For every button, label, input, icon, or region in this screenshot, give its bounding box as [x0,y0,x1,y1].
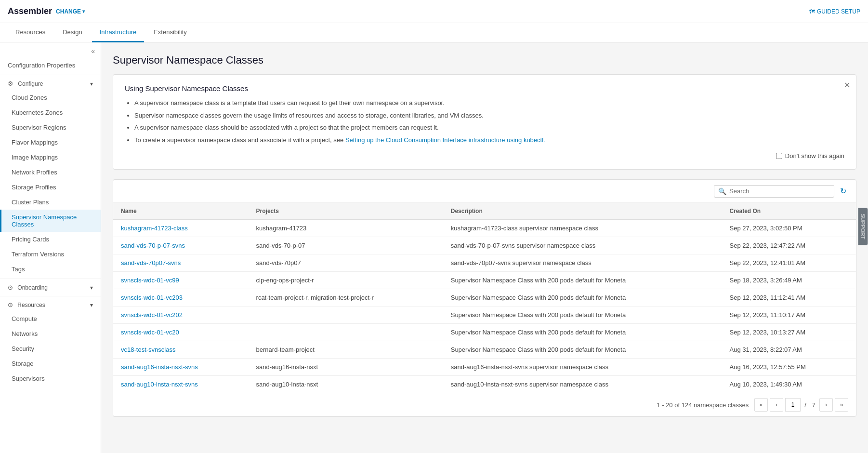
row-name-link[interactable]: svnscls-wdc-01-vc203 [121,294,183,301]
cell-description: Supervisor Namespace Class with 200 pods… [443,306,722,324]
page-next-button[interactable]: › [819,398,833,412]
sidebar-section-resources[interactable]: ⊙ Resources ▾ [0,298,101,311]
sidebar-item-pricing-cards[interactable]: Pricing Cards [0,232,101,247]
row-name-link[interactable]: sand-aug10-insta-nsxt-svns [121,381,198,388]
sidebar-section-onboarding[interactable]: ⊙ Onboarding ▾ [0,281,101,294]
cell-created-on: Sep 18, 2023, 3:26:49 AM [722,272,856,289]
onboarding-icon: ⊙ [8,284,13,291]
sidebar-item-networks[interactable]: Networks [0,326,101,341]
tab-design[interactable]: Design [55,23,90,42]
table-body: kushagram-41723-class kushagram-41723 ku… [113,220,856,393]
cell-projects: kushagram-41723 [249,220,443,237]
page-last-button[interactable]: » [835,398,848,412]
resources-chevron-icon: ▾ [90,302,93,308]
tab-infrastructure[interactable]: Infrastructure [92,23,145,42]
dont-show-checkbox[interactable] [776,153,782,159]
sidebar-item-cloud-zones[interactable]: Cloud Zones [0,90,101,105]
gear-icon: ⚙ [8,80,13,87]
page-prev-button[interactable]: ‹ [770,398,783,412]
cell-name: kushagram-41723-class [113,220,249,237]
cell-description: sand-vds-70-p-07-svns supervisor namespa… [443,237,722,254]
pagination-info: 1 - 20 of 124 namespace classes [657,401,749,409]
top-header: Assembler CHANGE ▾ 🗺 GUIDED SETUP [0,0,868,23]
guided-setup-icon: 🗺 [809,8,815,15]
page-input[interactable] [785,398,801,412]
cell-projects: sand-aug10-insta-nsxt [249,376,443,393]
sidebar-item-kubernetes-zones[interactable]: Kubernetes Zones [0,105,101,120]
pagination: 1 - 20 of 124 namespace classes « ‹ / 7 … [113,393,856,416]
cell-created-on: Sep 27, 2023, 3:02:50 PM [722,220,856,237]
app-title: Assembler [8,6,52,16]
row-name-link[interactable]: sand-aug16-insta-nsxt-svns [121,363,198,371]
sidebar-item-storage-profiles[interactable]: Storage Profiles [0,180,101,195]
tab-resources[interactable]: Resources [8,23,53,42]
sidebar-item-compute[interactable]: Compute [0,311,101,326]
search-input[interactable] [729,187,830,195]
sidebar-item-supervisor-regions[interactable]: Supervisor Regions [0,120,101,135]
cell-projects: sand-aug16-insta-nsxt [249,359,443,376]
info-box-bullet-3: A supervisor namespace class should be a… [134,123,844,133]
info-box: ✕ Using Supervisor Namespace Classes A s… [113,74,856,170]
cell-created-on: Sep 12, 2023, 10:13:27 AM [722,324,856,341]
row-name-link[interactable]: sand-vds-70p07-svns [121,259,181,266]
page-first-button[interactable]: « [754,398,768,412]
sidebar-item-supervisors[interactable]: Supervisors [0,371,101,386]
sidebar-item-storage[interactable]: Storage [0,356,101,371]
cell-projects: sand-vds-70-p-07 [249,237,443,254]
sidebar-item-terraform-versions[interactable]: Terraform Versions [0,247,101,262]
change-button[interactable]: CHANGE ▾ [56,8,85,15]
cell-created-on: Aug 10, 2023, 1:49:30 AM [722,376,856,393]
collapse-icon[interactable]: « [89,46,97,56]
cell-name: svnscls-wdc-01-vc20 [113,324,249,341]
table-row: sand-aug10-insta-nsxt-svns sand-aug10-in… [113,376,856,393]
namespace-table: Name Projects Description Created On kus… [113,203,856,393]
search-icon: 🔍 [718,187,726,195]
nav-tabs: Resources Design Infrastructure Extensib… [0,23,868,42]
info-box-list: A supervisor namespace class is a templa… [125,98,844,145]
row-name-link[interactable]: sand-vds-70-p-07-svns [121,242,185,249]
info-box-footer: Don't show this again [125,152,844,160]
content-area: Supervisor Namespace Classes ✕ Using Sup… [101,42,868,453]
cell-created-on: Sep 12, 2023, 11:12:41 AM [722,289,856,306]
sidebar-item-configuration-properties[interactable]: Configuration Properties [0,58,101,73]
cell-description: Supervisor Namespace Class with 200 pods… [443,341,722,359]
support-tab[interactable]: SUPPORT [858,208,868,245]
table-container: 🔍 ↻ Name Projects Description Created On… [113,179,856,417]
sidebar-item-cluster-plans[interactable]: Cluster Plans [0,195,101,210]
table-row: svnscls-wdc-01-vc203 rcat-team-project-r… [113,289,856,306]
sidebar-item-tags[interactable]: Tags [0,262,101,277]
cell-projects: sand-vds-70p07 [249,254,443,272]
cell-name: svnscls-wdc-01-vc202 [113,306,249,324]
table-row: vc18-test-svnsclass bernard-team-project… [113,341,856,359]
guided-setup-button[interactable]: 🗺 GUIDED SETUP [809,8,860,15]
cell-created-on: Sep 22, 2023, 12:41:01 AM [722,254,856,272]
table-row: sand-vds-70-p-07-svns sand-vds-70-p-07 s… [113,237,856,254]
col-header-projects: Projects [249,203,443,220]
page-title: Supervisor Namespace Classes [113,54,856,67]
row-name-link[interactable]: svnscls-wdc-01-vc202 [121,311,183,319]
row-name-link[interactable]: svnscls-wdc-01-vc99 [121,277,179,284]
row-name-link[interactable]: svnscls-wdc-01-vc20 [121,329,179,336]
col-header-description: Description [443,203,722,220]
cell-created-on: Aug 16, 2023, 12:57:55 PM [722,359,856,376]
sidebar-item-network-profiles[interactable]: Network Profiles [0,165,101,180]
table-header: Name Projects Description Created On [113,203,856,220]
tab-extensibility[interactable]: Extensibility [146,23,195,42]
info-box-link[interactable]: Setting up the Cloud Consumption Interfa… [345,136,545,144]
sidebar-item-supervisor-namespace-classes[interactable]: Supervisor Namespace Classes [0,210,101,232]
sidebar-item-image-mappings[interactable]: Image Mappings [0,150,101,165]
row-name-link[interactable]: vc18-test-svnsclass [121,346,175,353]
row-name-link[interactable]: kushagram-41723-class [121,225,188,232]
sidebar-item-flavor-mappings[interactable]: Flavor Mappings [0,135,101,150]
configure-chevron-icon: ▾ [90,80,93,87]
sidebar-item-security[interactable]: Security [0,341,101,356]
resources-icon: ⊙ [8,301,13,308]
sidebar-section-configure[interactable]: ⚙ Configure ▾ [0,77,101,90]
col-header-name: Name [113,203,249,220]
cell-description: sand-aug16-insta-nsxt-svns supervisor na… [443,359,722,376]
info-box-close-button[interactable]: ✕ [844,80,850,90]
dont-show-checkbox-label[interactable]: Don't show this again [776,152,844,160]
cell-name: sand-aug10-insta-nsxt-svns [113,376,249,393]
table-row: sand-vds-70p07-svns sand-vds-70p07 sand-… [113,254,856,272]
refresh-button[interactable]: ↻ [838,185,848,198]
